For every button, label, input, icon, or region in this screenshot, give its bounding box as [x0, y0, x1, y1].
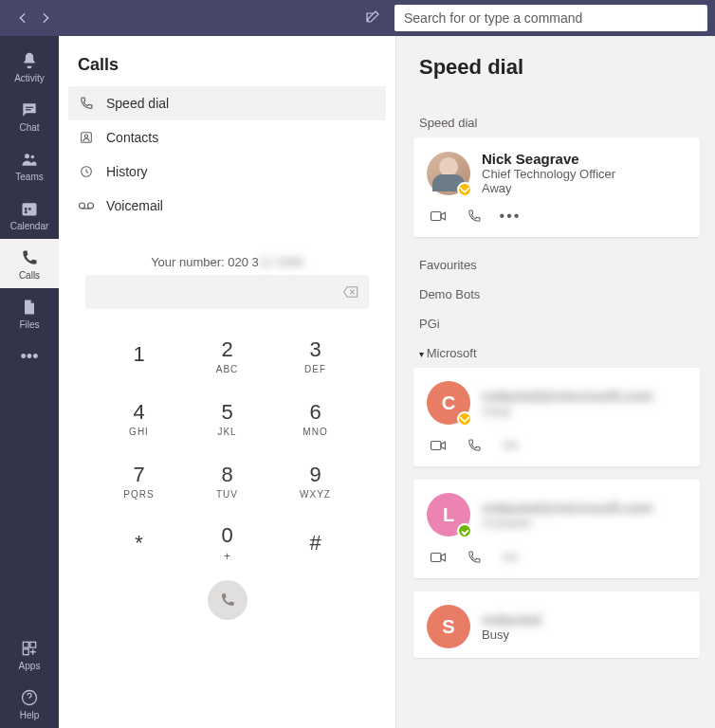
more-button[interactable]: ••• — [501, 207, 520, 226]
speed-dial-title: Speed dial — [396, 36, 715, 108]
calls-nav: Speed dial Contacts History — [59, 86, 395, 230]
contact-name: redacted@microsoft.com — [482, 388, 653, 404]
compose-icon — [364, 10, 379, 26]
ellipsis-icon: ••• — [500, 208, 522, 225]
calls-title: Calls — [59, 36, 395, 86]
dialkey-8[interactable]: 8TUV — [183, 453, 271, 508]
contact-name: Nick Seagrave — [482, 151, 615, 167]
nav-history-label: History — [106, 164, 148, 179]
dialpad: 1 2ABC 3DEF 4GHI 5JKL 6MNO 7PQRS 8TUV 9W… — [59, 315, 395, 571]
audio-call-button[interactable] — [465, 207, 484, 226]
svg-rect-19 — [431, 442, 442, 450]
rail-chat[interactable]: Chat — [0, 91, 59, 140]
ellipsis-icon: ••• — [503, 437, 519, 454]
rail-teams[interactable]: Teams — [0, 140, 59, 190]
dialkey-star[interactable]: * — [95, 516, 183, 571]
calendar-icon — [19, 198, 40, 219]
video-icon — [430, 209, 447, 223]
dialkey-0[interactable]: 0+ — [183, 516, 271, 571]
video-icon — [430, 439, 447, 452]
contact-card: L redacted@microsoft.com Available ••• — [413, 480, 700, 578]
command-search-box[interactable] — [394, 5, 707, 31]
video-call-button[interactable] — [429, 436, 448, 455]
apps-icon — [19, 638, 40, 659]
contact-status: Away — [482, 404, 653, 418]
svg-rect-0 — [26, 106, 33, 107]
phone-outline-icon — [467, 209, 482, 224]
more-button[interactable]: ••• — [501, 548, 520, 567]
dialkey-7[interactable]: 7PQRS — [95, 453, 183, 508]
dialkey-3[interactable]: 3DEF — [271, 328, 359, 383]
dial-call-button[interactable] — [208, 580, 248, 620]
dialkey-1[interactable]: 1 — [95, 328, 183, 383]
contacts-icon — [78, 129, 95, 146]
dial-number-input[interactable] — [85, 275, 369, 309]
nav-speed-dial[interactable]: Speed dial — [68, 86, 386, 120]
rail-calls[interactable]: Calls — [0, 239, 59, 288]
phone-icon — [19, 247, 40, 268]
new-chat-button[interactable] — [360, 7, 383, 29]
nav-history[interactable]: History — [68, 155, 386, 189]
dialkey-5[interactable]: 5JKL — [183, 391, 271, 446]
svg-rect-8 — [25, 210, 28, 213]
phone-fill-icon — [219, 592, 236, 609]
command-search-input[interactable] — [404, 10, 698, 26]
rail-chat-label: Chat — [19, 122, 39, 133]
nav-back-button[interactable] — [13, 9, 32, 27]
contact-card: C redacted@microsoft.com Away ••• — [413, 368, 700, 466]
group-demo-bots[interactable]: Demo Bots — [413, 280, 700, 309]
dial-clear-button[interactable] — [340, 282, 361, 302]
dialkey-9[interactable]: 9WXYZ — [271, 453, 359, 508]
rail-activity[interactable]: Activity — [0, 42, 59, 91]
svg-point-3 — [31, 155, 35, 158]
app-rail: Activity Chat Teams Calendar — [0, 36, 59, 728]
nav-forward-button[interactable] — [36, 9, 55, 27]
video-call-button[interactable] — [429, 207, 448, 226]
svg-point-14 — [84, 135, 87, 137]
video-icon — [430, 551, 447, 564]
rail-files[interactable]: Files — [0, 288, 59, 337]
svg-rect-9 — [23, 642, 28, 647]
presence-away-icon — [457, 411, 472, 427]
avatar — [427, 152, 470, 195]
dialkey-4[interactable]: 4GHI — [95, 391, 183, 446]
avatar: L — [427, 493, 470, 537]
svg-point-16 — [80, 203, 85, 209]
rail-teams-label: Teams — [15, 172, 43, 182]
dialkey-6[interactable]: 6MNO — [271, 391, 359, 446]
phone-outline-icon — [78, 95, 95, 112]
avatar: C — [427, 381, 470, 425]
phone-outline-icon — [467, 550, 482, 565]
chat-icon — [19, 100, 40, 120]
svg-rect-10 — [30, 642, 36, 647]
files-icon — [19, 297, 40, 318]
rail-apps[interactable]: Apps — [0, 629, 59, 679]
rail-help[interactable]: Help — [0, 679, 59, 728]
calls-panel: Calls Speed dial Contacts — [59, 36, 396, 728]
audio-call-button[interactable] — [465, 548, 484, 567]
group-pgi[interactable]: PGi — [413, 309, 700, 338]
dialkey-2[interactable]: 2ABC — [183, 328, 271, 383]
video-call-button[interactable] — [429, 548, 448, 567]
nav-contacts[interactable]: Contacts — [68, 120, 386, 155]
nav-voicemail[interactable]: Voicemail — [68, 189, 386, 223]
svg-rect-6 — [25, 208, 28, 210]
rail-calendar[interactable]: Calendar — [0, 190, 59, 239]
audio-call-button[interactable] — [465, 436, 484, 455]
group-speed-dial[interactable]: Speed dial — [413, 108, 700, 137]
presence-away-icon — [457, 182, 472, 197]
nav-contacts-label: Contacts — [106, 130, 158, 145]
svg-rect-7 — [28, 208, 31, 210]
dialkey-hash[interactable]: # — [271, 516, 359, 571]
rail-calendar-label: Calendar — [10, 221, 49, 231]
bell-icon — [19, 50, 40, 71]
group-microsoft[interactable]: Microsoft — [413, 338, 700, 368]
nav-voicemail-label: Voicemail — [106, 198, 163, 213]
more-button[interactable]: ••• — [501, 436, 520, 455]
history-icon — [78, 163, 95, 180]
rail-more-button[interactable]: ••• — [0, 337, 59, 375]
contact-status: Busy — [482, 628, 541, 642]
rail-calls-label: Calls — [19, 270, 40, 281]
presence-available-icon — [457, 523, 472, 538]
group-favourites[interactable]: Favourites — [413, 250, 700, 280]
